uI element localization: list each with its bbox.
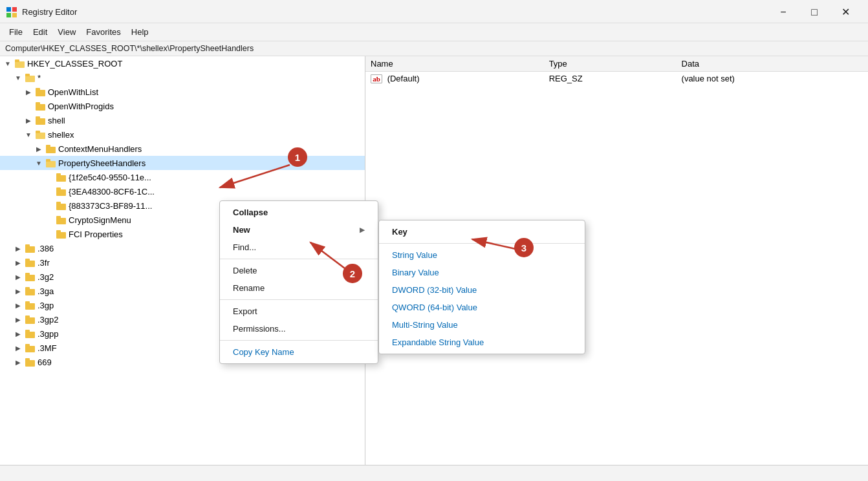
tree-label-star: * xyxy=(38,73,41,83)
expander-propertysheethandlers[interactable]: ▼ xyxy=(34,158,44,168)
row-name: (Default) xyxy=(387,74,420,83)
scrollbar-area xyxy=(0,465,868,478)
reg-ab-icon: ab xyxy=(371,74,382,83)
tree-label-386: .386 xyxy=(38,244,54,253)
address-bar: Computer\HKEY_CLASSES_ROOT\*\shellex\Pro… xyxy=(0,41,868,56)
ctx-collapse[interactable]: Collapse xyxy=(220,204,378,221)
annotation-1: 1 xyxy=(288,147,307,167)
menu-favorites[interactable]: Favorites xyxy=(81,25,125,39)
sub-string-value[interactable]: String Value xyxy=(379,246,585,264)
expander-3gpp[interactable]: ▶ xyxy=(13,328,23,339)
close-button[interactable]: ✕ xyxy=(830,3,860,22)
sub-qword-value[interactable]: QWORD (64-bit) Value xyxy=(379,299,585,316)
sub-dword-value[interactable]: DWORD (32-bit) Value xyxy=(379,281,585,299)
sub-key[interactable]: Key xyxy=(379,223,585,240)
folder-icon-3gpp xyxy=(25,329,36,338)
row-type: REG_SZ xyxy=(544,72,677,86)
folder-icon-contextmenuhandlers xyxy=(46,144,56,153)
folder-icon-openwithlist xyxy=(36,87,46,96)
ctx-new-arrow: ▶ xyxy=(360,226,365,233)
tree-label-openwithlist: OpenWithList xyxy=(48,87,98,97)
tree-item-openwithprogids[interactable]: ▶ OpenWithProgids xyxy=(0,99,365,113)
tree-item-shellex[interactable]: ▼ shellex xyxy=(0,127,365,142)
expander-openwithlist[interactable]: ▶ xyxy=(23,87,34,97)
ctx-find[interactable]: Find... xyxy=(220,239,378,256)
folder-icon-guid2 xyxy=(56,187,67,196)
menu-edit[interactable]: Edit xyxy=(28,25,52,39)
window-controls: − □ ✕ xyxy=(768,3,860,22)
folder-icon-669 xyxy=(25,358,36,367)
tree-label-3fr: .3fr xyxy=(38,258,50,268)
menu-file[interactable]: File xyxy=(4,25,28,39)
ctx-divider-1 xyxy=(220,259,378,259)
ctx-divider-3 xyxy=(220,340,378,341)
expander-386[interactable]: ▶ xyxy=(13,243,23,253)
tree-item-star[interactable]: ▼ * xyxy=(0,70,365,85)
expander-669[interactable]: ▶ xyxy=(13,357,23,367)
menu-help[interactable]: Help xyxy=(126,25,154,39)
expander-3mf[interactable]: ▶ xyxy=(13,343,23,353)
tree-item-guid2[interactable]: ▶ {3EA48300-8CF6-1C... xyxy=(0,184,365,198)
tree-label-3mf: .3MF xyxy=(38,343,57,353)
tree-label-hkcr: HKEY_CLASSES_ROOT xyxy=(27,59,122,69)
folder-icon-3mf xyxy=(25,343,36,352)
maximize-button[interactable]: □ xyxy=(799,3,829,22)
folder-icon-386 xyxy=(25,244,36,253)
expander-3ga[interactable]: ▶ xyxy=(13,286,23,296)
expander-shell[interactable]: ▶ xyxy=(23,115,34,125)
expander-contextmenuhandlers[interactable]: ▶ xyxy=(34,144,44,154)
expander-star[interactable]: ▼ xyxy=(13,72,23,83)
ctx-permissions[interactable]: Permissions... xyxy=(220,320,378,337)
sub-divider-1 xyxy=(379,243,585,244)
table-row[interactable]: ab (Default) REG_SZ (value not set) xyxy=(365,72,868,86)
svg-rect-3 xyxy=(12,13,17,17)
tree-label-openwithprogids: OpenWithProgids xyxy=(48,102,114,111)
folder-icon-guid3 xyxy=(56,201,67,210)
expander-3gp[interactable]: ▶ xyxy=(13,300,23,310)
expander-shellex[interactable]: ▼ xyxy=(23,129,34,140)
col-type: Type xyxy=(544,56,677,72)
tree-label-propertysheethandlers: PropertySheetHandlers xyxy=(58,158,146,168)
ctx-new[interactable]: New ▶ xyxy=(220,221,378,239)
sub-multi-string-value[interactable]: Multi-String Value xyxy=(379,316,585,334)
tree-label-guid1: {1f2e5c40-9550-11e... xyxy=(69,173,151,182)
folder-icon-3fr xyxy=(25,258,36,267)
tree-item-shell[interactable]: ▶ shell xyxy=(0,113,365,127)
folder-icon-shell xyxy=(36,116,46,125)
sub-binary-value[interactable]: Binary Value xyxy=(379,264,585,281)
tree-label-3gp2: .3gp2 xyxy=(38,315,59,325)
ctx-export[interactable]: Export xyxy=(220,303,378,320)
folder-icon-star xyxy=(25,73,36,82)
folder-icon-3gp2 xyxy=(25,315,36,324)
menu-bar: File Edit View Favorites Help xyxy=(0,23,868,41)
tree-label-shellex: shellex xyxy=(48,130,74,140)
tree-item-propertysheethandlers[interactable]: ▼ PropertySheetHandlers xyxy=(0,156,365,170)
folder-icon-3ga xyxy=(25,286,36,295)
folder-icon-3g2 xyxy=(25,272,36,281)
app-title: Registry Editor xyxy=(22,7,77,17)
tree-item-contextmenuhandlers[interactable]: ▶ ContextMenuHandlers xyxy=(0,142,365,156)
sub-expandable-string-value[interactable]: Expandable String Value xyxy=(379,334,585,351)
menu-view[interactable]: View xyxy=(52,25,81,39)
minimize-button[interactable]: − xyxy=(768,3,798,22)
tree-item-hkcr[interactable]: ▼ HKEY_CLASSES_ROOT xyxy=(0,56,365,70)
tree-label-guid2: {3EA48300-8CF6-1C... xyxy=(69,187,155,197)
expander-hkcr[interactable]: ▼ xyxy=(3,58,13,69)
expander-3g2[interactable]: ▶ xyxy=(13,272,23,282)
ctx-divider-2 xyxy=(220,299,378,300)
tree-label-contextmenuhandlers: ContextMenuHandlers xyxy=(58,144,142,154)
col-data: Data xyxy=(677,56,868,72)
folder-icon-openwithprogids xyxy=(36,102,46,111)
tree-label-guid3: {883373C3-BF89-11... xyxy=(69,201,152,211)
registry-editor-icon xyxy=(6,7,17,17)
title-bar: Registry Editor − □ ✕ xyxy=(0,0,868,23)
folder-icon-propertysheethandlers xyxy=(46,158,56,167)
tree-item-openwithlist[interactable]: ▶ OpenWithList xyxy=(0,85,365,99)
tree-label-fciproperties: FCI Properties xyxy=(69,230,123,239)
tree-item-guid1[interactable]: ▶ {1f2e5c40-9550-11e... xyxy=(0,170,365,184)
expander-3gp2[interactable]: ▶ xyxy=(13,314,23,325)
ctx-copy-key-name[interactable]: Copy Key Name xyxy=(220,343,378,361)
expander-3fr[interactable]: ▶ xyxy=(13,257,23,268)
tree-label-3ga: .3ga xyxy=(38,286,54,296)
tree-label-3gpp: .3gpp xyxy=(38,329,59,339)
